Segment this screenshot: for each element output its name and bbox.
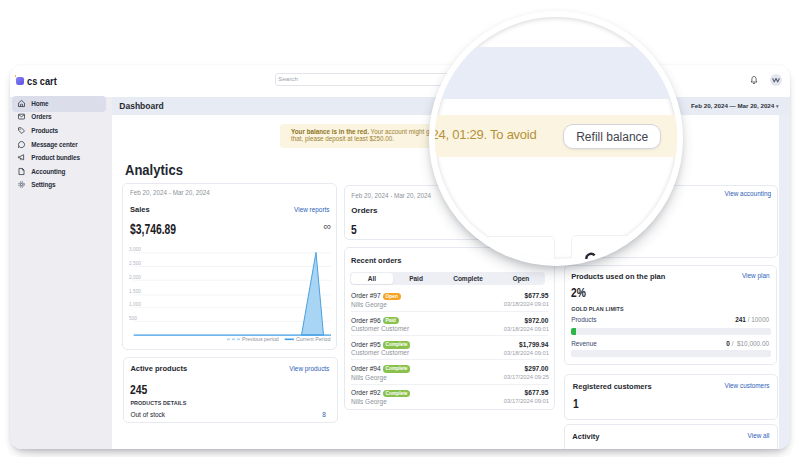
svg-text:Current Period: Current Period	[296, 336, 330, 342]
svg-text:Previous period: Previous period	[242, 336, 279, 342]
svg-text:2,000: 2,000	[129, 275, 141, 280]
svg-text:500: 500	[129, 316, 137, 321]
svg-text:2,500: 2,500	[129, 261, 141, 266]
svg-text:1,500: 1,500	[129, 289, 141, 294]
svg-text:1,000: 1,000	[129, 302, 141, 307]
svg-text:3,000: 3,000	[129, 247, 141, 252]
